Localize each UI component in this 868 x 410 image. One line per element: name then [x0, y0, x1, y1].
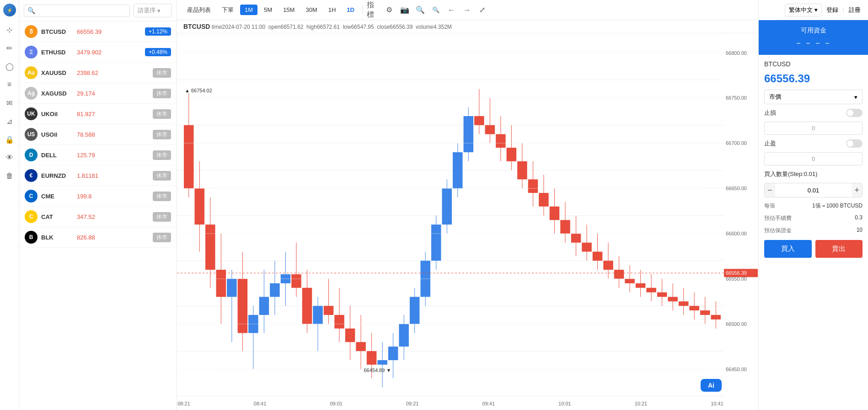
- symbol-price: 347.52: [77, 213, 149, 220]
- lot-info-value: 1張＝1000 BTCUSD: [812, 202, 863, 210]
- list-item[interactable]: ₿BTCUSD66556.39+1.12%: [19, 21, 177, 42]
- symbol-name: CME: [41, 193, 73, 200]
- est-margin-value: 10: [857, 227, 863, 234]
- screenshot-icon[interactable]: 📷: [398, 3, 412, 17]
- nav-products[interactable]: 産品列表: [182, 4, 215, 16]
- symbol-icon: ₿: [25, 25, 38, 38]
- crosshair-icon[interactable]: ⊹: [5, 25, 15, 35]
- per-lot-label: 每張: [764, 202, 775, 210]
- est-margin-row: 預估保證金 10: [764, 227, 863, 234]
- symbol-icon: €: [25, 169, 38, 182]
- list-item[interactable]: AgXAGUSD29.174休市: [19, 83, 177, 104]
- trade-price: 66556.39: [764, 72, 863, 85]
- arrow-left-icon[interactable]: ←: [445, 3, 458, 17]
- zoom-out-icon[interactable]: 🔍: [429, 3, 443, 17]
- circle-icon[interactable]: ◯: [5, 61, 15, 71]
- symbol-status-badge: 休市: [153, 68, 171, 78]
- language-select[interactable]: 繁体中文 ▾: [785, 4, 822, 16]
- list-item[interactable]: USUSOil78.588休市: [19, 124, 177, 145]
- available-funds-button[interactable]: 可用資金 －－－－: [759, 20, 868, 55]
- symbol-name: DELL: [41, 152, 73, 159]
- stop-profit-input[interactable]: [764, 152, 863, 165]
- nav-30m[interactable]: 30M: [301, 5, 321, 15]
- app-logo: ⚡: [3, 4, 16, 16]
- stop-profit-label: 止盈: [764, 139, 776, 148]
- ai-badge[interactable]: Ai: [701, 379, 722, 392]
- symbol-name: BTCUSD: [41, 28, 73, 35]
- symbol-price: 78.588: [77, 131, 149, 138]
- est-fee-row: 預估手續費 0.3: [764, 214, 863, 222]
- nav-1h[interactable]: 1H: [324, 5, 341, 15]
- nav-order[interactable]: 下單: [217, 4, 238, 16]
- list-item[interactable]: CCAT347.52休市: [19, 207, 177, 227]
- symbol-icon: Ξ: [25, 46, 38, 59]
- list-item[interactable]: UKUKOil81.927休市: [19, 104, 177, 124]
- stop-profit-row: 止盈: [764, 139, 863, 148]
- right-panel: 繁体中文 ▾ 登録 | 註冊 可用資金 －－－－ BTCUSD 66556.39…: [758, 0, 868, 410]
- symbol-name: BLK: [41, 234, 73, 241]
- stop-loss-toggle[interactable]: [846, 109, 863, 117]
- lines-icon[interactable]: ≡: [5, 80, 15, 90]
- list-item[interactable]: ΞETHUSD3479.902+0.48%: [19, 42, 177, 63]
- arrow-right-icon[interactable]: →: [460, 3, 474, 17]
- nav-1m[interactable]: 1M: [240, 5, 257, 15]
- nav-5m[interactable]: 5M: [259, 5, 277, 15]
- quantity-input[interactable]: [775, 187, 852, 194]
- list-item[interactable]: AuXAUUSD2398.62休市: [19, 63, 177, 83]
- available-funds-label: 可用資金: [765, 27, 862, 35]
- category-select[interactable]: 請選擇 ▾: [134, 4, 172, 17]
- sell-button[interactable]: 賣出: [815, 240, 863, 258]
- fullscreen-icon[interactable]: ⤢: [476, 3, 489, 17]
- symbol-status-badge: 休市: [153, 212, 171, 222]
- list-item[interactable]: CCME199.8休市: [19, 186, 177, 207]
- search-icon: 🔍: [27, 7, 35, 14]
- symbol-price: 826.88: [77, 234, 149, 241]
- symbol-icon: D: [25, 149, 38, 161]
- eye-icon[interactable]: 👁: [5, 153, 15, 163]
- chart-header: BTCUSD time2024-07-20 11:00 open66571.62…: [177, 20, 758, 33]
- list-item[interactable]: BBLK826.88休市: [19, 227, 177, 248]
- lock-icon[interactable]: 🔒: [5, 134, 15, 144]
- chart-low: low66547.95: [343, 24, 374, 30]
- symbol-price: 1.81181: [77, 172, 149, 179]
- envelope-icon[interactable]: ✉: [5, 98, 15, 108]
- symbol-status-badge: +0.48%: [145, 48, 171, 56]
- nav-15m[interactable]: 15M: [279, 5, 299, 15]
- symbol-list: ₿BTCUSD66556.39+1.12%ΞETHUSD3479.902+0.4…: [19, 21, 177, 410]
- zoom-in-icon[interactable]: 🔍: [413, 3, 427, 17]
- symbol-price: 3479.902: [77, 49, 141, 56]
- order-type-select[interactable]: 市價 ▾: [764, 90, 863, 104]
- stop-loss-input[interactable]: [764, 122, 863, 135]
- symbol-status-badge: 休市: [153, 150, 171, 160]
- settings-icon[interactable]: ⚙: [382, 3, 396, 17]
- list-item[interactable]: DDELL125.79休市: [19, 145, 177, 165]
- chart-close: close66556.39: [377, 24, 413, 30]
- search-row: 🔍 請選擇 ▾: [19, 0, 177, 21]
- login-link[interactable]: 登録: [826, 6, 838, 14]
- stop-loss-row: 止損: [764, 109, 863, 117]
- register-link[interactable]: 註冊: [849, 6, 861, 14]
- qty-decrease-button[interactable]: −: [765, 183, 775, 197]
- symbol-price: 125.79: [77, 152, 149, 159]
- left-toolbar: ⚡ ⊹ ✏ ◯ ≡ ✉ ⊿ 🔒 👁 🗑: [0, 0, 19, 410]
- pencil-icon[interactable]: ✏: [5, 43, 15, 53]
- qty-increase-button[interactable]: +: [852, 183, 863, 197]
- symbol-price: 66556.39: [77, 28, 141, 35]
- symbol-status-badge: 休市: [153, 192, 171, 201]
- symbol-status-badge: 休市: [153, 233, 171, 242]
- buy-button[interactable]: 買入: [764, 240, 812, 258]
- price-chart[interactable]: [177, 35, 758, 410]
- action-buttons: 買入 賣出: [759, 240, 868, 263]
- nav-1d[interactable]: 1D: [342, 5, 359, 15]
- paperclip-icon[interactable]: ⊿: [5, 116, 15, 126]
- symbol-name: XAGUSD: [41, 90, 73, 97]
- list-item[interactable]: €EURNZD1.81181休市: [19, 165, 177, 186]
- indicators-icon[interactable]: 指標: [367, 3, 380, 17]
- search-input[interactable]: [24, 5, 130, 17]
- symbol-name: UKOil: [41, 111, 73, 117]
- stop-profit-toggle[interactable]: [846, 139, 863, 148]
- main-area: 産品列表 下單 1M 5M 15M 30M 1H 1D 指標 ⚙ 📷 🔍 🔍 ←…: [177, 0, 758, 410]
- chevron-down-icon: ▾: [157, 7, 161, 14]
- per-lot-row: 每張 1張＝1000 BTCUSD: [764, 202, 863, 210]
- trash-icon[interactable]: 🗑: [5, 171, 15, 181]
